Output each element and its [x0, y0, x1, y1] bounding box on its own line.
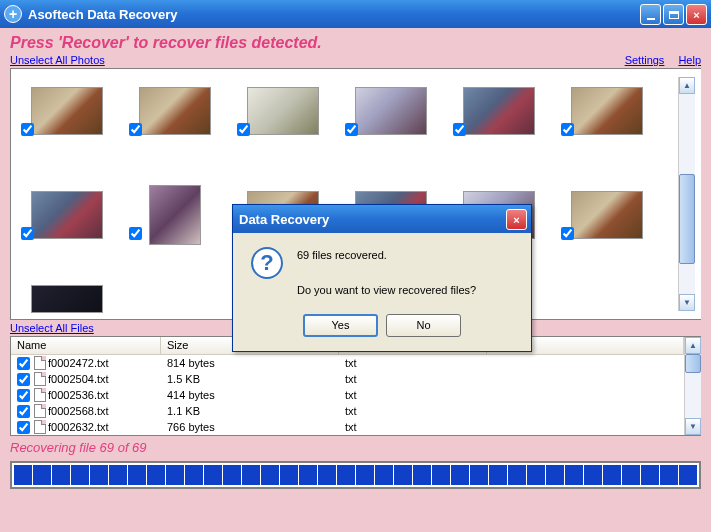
dialog-line1: 69 files recovered. [297, 247, 476, 265]
scroll-track[interactable] [679, 94, 695, 294]
app-icon: + [4, 5, 22, 23]
file-icon [34, 404, 46, 418]
thumbnail-image [31, 191, 103, 239]
no-button[interactable]: No [386, 314, 461, 337]
photo-checkbox[interactable] [129, 123, 142, 136]
photo-thumbnail[interactable] [17, 77, 125, 157]
file-icon [34, 372, 46, 386]
scroll-down-button[interactable]: ▼ [679, 294, 695, 311]
titlebar: + Asoftech Data Recovery × [0, 0, 711, 28]
photo-thumbnail[interactable] [233, 77, 341, 157]
photo-checkbox[interactable] [21, 227, 34, 240]
photo-checkbox[interactable] [21, 123, 34, 136]
thumbnail-image [571, 87, 643, 135]
instruction-text: Press 'Recover' to recover files detecte… [10, 34, 701, 52]
photo-thumbnail[interactable] [17, 181, 125, 261]
file-row[interactable]: f0002632.txt 766 bytes txt [11, 419, 684, 435]
window-title: Asoftech Data Recovery [28, 7, 178, 22]
settings-link[interactable]: Settings [625, 54, 665, 66]
photo-checkbox[interactable] [345, 123, 358, 136]
file-icon [34, 388, 46, 402]
dialog-message: 69 files recovered. Do you want to view … [297, 247, 476, 300]
scroll-up-button[interactable]: ▲ [679, 77, 695, 94]
thumbnail-image [571, 191, 643, 239]
file-size: 766 bytes [161, 421, 339, 433]
thumbnail-image [247, 87, 319, 135]
file-checkbox[interactable] [17, 373, 30, 386]
photo-checkbox[interactable] [561, 227, 574, 240]
file-size: 1.5 KB [161, 373, 339, 385]
file-row[interactable]: f0002504.txt 1.5 KB txt [11, 371, 684, 387]
help-link[interactable]: Help [678, 54, 701, 66]
maximize-button[interactable] [663, 4, 684, 25]
scroll-thumb[interactable] [685, 354, 701, 373]
minimize-button[interactable] [640, 4, 661, 25]
file-ext: txt [339, 421, 487, 433]
photo-scrollbar[interactable]: ▲ ▼ [678, 77, 695, 311]
file-name: f0002536.txt [48, 389, 109, 401]
scroll-up-button[interactable]: ▲ [685, 337, 701, 354]
file-size: 414 bytes [161, 389, 339, 401]
file-row[interactable]: f0002568.txt 1.1 KB txt [11, 403, 684, 419]
photo-checkbox[interactable] [129, 227, 142, 240]
photo-checkbox[interactable] [453, 123, 466, 136]
dialog: Data Recovery × ? 69 files recovered. Do… [232, 204, 532, 352]
photo-thumbnail[interactable] [557, 181, 665, 261]
scroll-down-button[interactable]: ▼ [685, 418, 701, 435]
file-checkbox[interactable] [17, 421, 30, 434]
thumbnail-image [149, 185, 201, 245]
thumbnail-image [463, 87, 535, 135]
photo-thumbnail[interactable] [17, 285, 125, 365]
dialog-titlebar: Data Recovery × [233, 205, 531, 233]
file-name: f0002568.txt [48, 405, 109, 417]
file-icon [34, 356, 46, 370]
yes-button[interactable]: Yes [303, 314, 378, 337]
dialog-body: ? 69 files recovered. Do you want to vie… [233, 233, 531, 314]
thumbnail-image [31, 87, 103, 135]
unselect-photos-link[interactable]: Unselect All Photos [10, 54, 105, 66]
dialog-buttons: Yes No [233, 314, 531, 351]
photo-thumbnail[interactable] [557, 77, 665, 157]
file-checkbox[interactable] [17, 405, 30, 418]
window-buttons: × [640, 4, 707, 25]
photo-checkbox[interactable] [237, 123, 250, 136]
thumbnail-image [31, 285, 103, 313]
file-icon [34, 420, 46, 434]
file-name: f0002504.txt [48, 373, 109, 385]
file-ext: txt [339, 357, 487, 369]
file-ext: txt [339, 389, 487, 401]
photo-thumbnail[interactable] [125, 77, 233, 157]
thumbnail-image [139, 87, 211, 135]
file-name: f0002632.txt [48, 421, 109, 433]
question-icon: ? [251, 247, 283, 279]
file-ext: txt [339, 405, 487, 417]
file-size: 814 bytes [161, 357, 339, 369]
dialog-close-button[interactable]: × [506, 209, 527, 230]
status-text: Recovering file 69 of 69 [10, 440, 701, 455]
photo-thumbnail[interactable] [125, 181, 233, 261]
dialog-line2: Do you want to view recovered files? [297, 282, 476, 300]
photo-thumbnail[interactable] [341, 77, 449, 157]
scroll-thumb[interactable] [679, 174, 695, 264]
dialog-title: Data Recovery [239, 212, 329, 227]
file-row[interactable]: f0002536.txt 414 bytes txt [11, 387, 684, 403]
file-scrollbar[interactable]: ▲ ▼ [684, 337, 701, 435]
photo-checkbox[interactable] [561, 123, 574, 136]
photo-thumbnail[interactable] [449, 77, 557, 157]
scroll-track[interactable] [685, 354, 701, 418]
file-size: 1.1 KB [161, 405, 339, 417]
file-ext: txt [339, 373, 487, 385]
toolbar: Unselect All Photos Settings Help [10, 54, 701, 66]
progress-bar [10, 461, 701, 489]
thumbnail-image [355, 87, 427, 135]
file-checkbox[interactable] [17, 389, 30, 402]
close-button[interactable]: × [686, 4, 707, 25]
